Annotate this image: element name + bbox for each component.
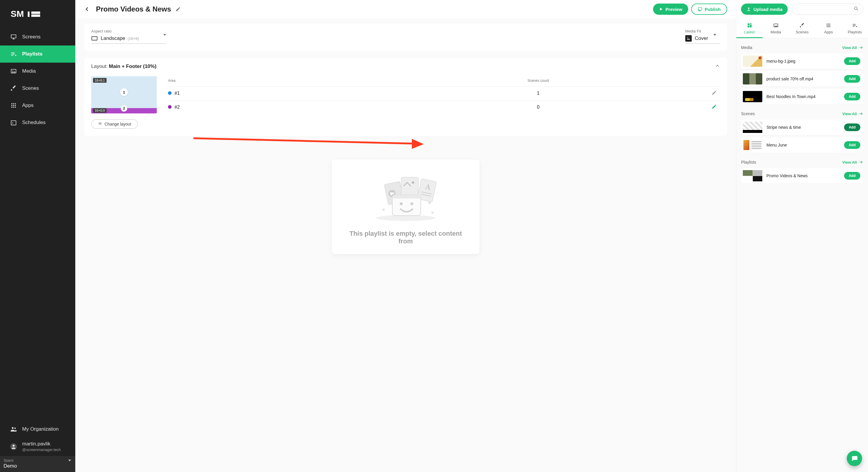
area-name: #2	[175, 105, 180, 110]
space-select[interactable]: Space Demo	[0, 456, 75, 472]
playlist-icon	[852, 22, 857, 29]
nav-screens[interactable]: Screens	[0, 28, 75, 46]
section-head-scenes: Scenes View All	[741, 111, 863, 116]
search-field[interactable]	[792, 4, 863, 15]
add-button[interactable]: Add	[844, 141, 860, 149]
calendar-icon	[10, 119, 17, 126]
svg-point-46	[382, 209, 385, 211]
thumbnail	[743, 170, 762, 181]
layout-card: Layout: Main + Footer (10%) 16×8.1 1 16×…	[84, 58, 727, 136]
upload-media-button[interactable]: Upload media	[741, 4, 788, 15]
media-item[interactable]: product sale 70% off.mp4 Add	[741, 71, 863, 87]
button-label: Upload media	[753, 7, 782, 12]
svg-marker-32	[412, 139, 424, 149]
view-all-scenes[interactable]: View All	[842, 111, 863, 116]
svg-point-38	[412, 181, 414, 184]
people-icon	[10, 425, 17, 433]
area-row[interactable]: #1 1	[167, 87, 720, 100]
select-value: Landscape	[101, 35, 125, 41]
edit-area-button[interactable]	[712, 105, 717, 110]
pencil-icon	[175, 6, 181, 12]
right-body: Media View All menu-bg-1.jpeg Add produc…	[736, 38, 868, 472]
user-name: martin.pavlik	[22, 441, 61, 447]
col-area: Area	[167, 76, 368, 87]
add-button[interactable]: Add	[844, 93, 860, 100]
svg-point-28	[99, 124, 99, 124]
svg-rect-51	[750, 23, 751, 24]
view-all-label: View All	[842, 112, 857, 116]
aspect-ratio-select[interactable]: Landscape (16×9)	[91, 35, 166, 44]
right-tabs: Latest Media Scenes Apps Playlists	[736, 18, 868, 38]
svg-rect-12	[15, 105, 16, 106]
tab-label: Latest	[744, 30, 755, 34]
svg-point-24	[687, 37, 688, 38]
tab-scenes[interactable]: Scenes	[789, 18, 815, 38]
collapse-button[interactable]	[715, 63, 720, 70]
select-value: Cover	[695, 35, 708, 41]
add-button[interactable]: Add	[844, 57, 860, 65]
nav-schedules[interactable]: Schedules	[0, 114, 75, 131]
svg-point-18	[12, 427, 13, 429]
view-all-playlists[interactable]: View All	[842, 160, 863, 165]
chevron-down-icon	[163, 36, 166, 41]
back-button[interactable]	[81, 3, 93, 15]
area-row[interactable]: #2 0	[167, 100, 720, 114]
tab-playlists[interactable]: Playlists	[842, 18, 868, 38]
nav-scenes[interactable]: Scenes	[0, 80, 75, 97]
nav-playlists[interactable]: Playlists	[0, 46, 75, 63]
svg-rect-1	[28, 11, 30, 17]
svg-point-6	[12, 70, 13, 71]
add-button[interactable]: Add	[844, 123, 860, 131]
media-fit-select[interactable]: Cover	[685, 35, 720, 44]
publish-button[interactable]: Publish	[691, 4, 727, 15]
playlist-item[interactable]: Promo Videos & News Add	[741, 168, 863, 183]
search-input[interactable]	[796, 7, 854, 11]
svg-point-44	[400, 202, 403, 205]
preview-button[interactable]: Preview	[653, 4, 688, 15]
select-sub: (16×9)	[128, 36, 139, 41]
add-button[interactable]: Add	[844, 75, 860, 83]
svg-point-49	[855, 7, 857, 9]
media-item[interactable]: menu-bg-1.jpeg Add	[741, 54, 863, 69]
nav-apps[interactable]: Apps	[0, 97, 75, 114]
preview-area-1[interactable]: 16×8.1 1	[91, 76, 157, 108]
scene-item[interactable]: Menu June Add	[741, 137, 863, 153]
grid-icon	[10, 102, 17, 109]
edit-title-button[interactable]	[173, 4, 183, 14]
tab-media[interactable]: Media	[763, 18, 789, 38]
chevron-down-icon	[713, 36, 716, 41]
tab-latest[interactable]: Latest	[736, 18, 763, 38]
edit-area-button[interactable]	[712, 91, 717, 96]
area-number: 2	[121, 105, 127, 112]
media-item[interactable]: Best Noodles In Town.mp4 Add	[741, 89, 863, 104]
section-title: Playlists	[741, 160, 756, 165]
svg-point-26	[100, 123, 100, 123]
area-dot	[168, 105, 172, 109]
view-all-media[interactable]: View All	[842, 45, 863, 50]
areas-table: Area Scenes count #1 1	[167, 76, 720, 114]
scene-item[interactable]: Stripe news & time Add	[741, 120, 863, 135]
chat-fab[interactable]	[847, 451, 862, 466]
area-badge: 16×8.1	[93, 78, 106, 83]
view-all-label: View All	[842, 46, 857, 50]
main: Promo Videos & News Preview Publish Aspe…	[75, 0, 736, 472]
org-link[interactable]: My Organization	[0, 421, 75, 437]
cast-icon	[698, 7, 702, 11]
arrow-right-icon	[859, 45, 863, 50]
monitor-icon	[10, 33, 17, 40]
image-icon	[10, 68, 17, 75]
button-label: Change layout	[104, 122, 131, 126]
area-count: 0	[368, 100, 708, 114]
user-link[interactable]: martin.pavlik @screenmanager.tech	[0, 437, 75, 456]
svg-rect-9	[15, 104, 16, 104]
pencil-icon	[712, 90, 717, 95]
nav-media[interactable]: Media	[0, 63, 75, 80]
svg-rect-16	[11, 121, 16, 125]
preview-area-2[interactable]: 16×0.9 2	[91, 108, 157, 113]
area-number: 1	[120, 88, 128, 96]
add-button[interactable]: Add	[844, 172, 860, 180]
grid-icon	[826, 22, 831, 29]
tab-label: Playlists	[848, 30, 862, 34]
change-layout-button[interactable]: Change layout	[91, 119, 138, 129]
tab-apps[interactable]: Apps	[815, 18, 842, 38]
